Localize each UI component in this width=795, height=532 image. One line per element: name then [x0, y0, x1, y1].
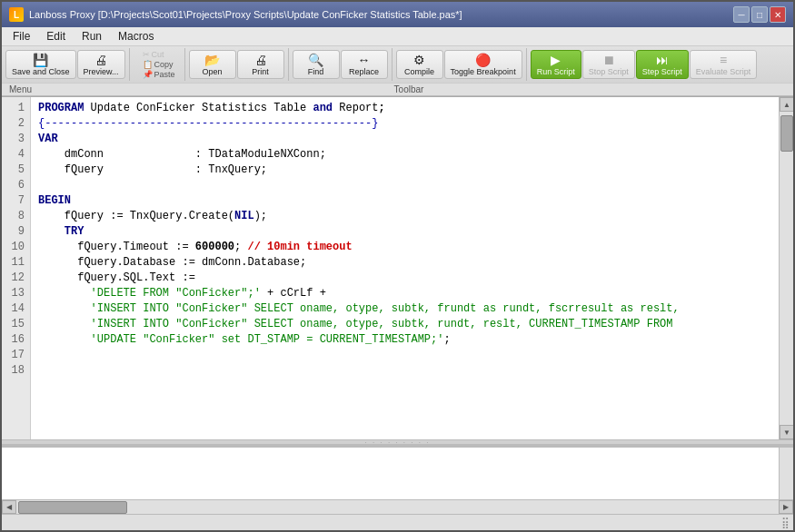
- replace-icon: ↔: [358, 54, 371, 66]
- toolbar-group-open: 📂 Open 🖨 Print: [189, 48, 289, 81]
- preview-label: Preview...: [84, 67, 119, 76]
- title-bar: L Lanboss Proxy [D:\Projects\Scot01\Proj…: [2, 2, 793, 27]
- toolbar-group-clipboard: ✂Cut 📋Copy 📌Paste: [134, 48, 185, 81]
- maximize-button[interactable]: □: [751, 6, 768, 23]
- h-scrollbar-thumb[interactable]: [18, 501, 127, 514]
- evaluate-icon: ≡: [720, 54, 727, 66]
- menubar: File Edit Run Macros: [2, 27, 793, 46]
- step-script-label: Step Script: [642, 67, 682, 76]
- app-icon: L: [9, 7, 24, 22]
- minimize-button[interactable]: ─: [733, 6, 750, 23]
- open-button[interactable]: 📂 Open: [189, 50, 236, 79]
- menu-run[interactable]: Run: [75, 28, 109, 44]
- toggle-breakpoint-label: Toggle Breakpoint: [451, 67, 516, 76]
- h-scrollbar-area: ◀ ▶: [2, 499, 793, 514]
- run-script-button[interactable]: ▶ Run Script: [531, 50, 581, 79]
- code-editor: 1 2 3 4 5 6 7 8 9 10 11 12 13 14 15 16 1…: [2, 97, 793, 439]
- title-bar-left: L Lanboss Proxy [D:\Projects\Scot01\Proj…: [9, 7, 462, 22]
- paste-button[interactable]: 📌Paste: [137, 70, 181, 79]
- close-button[interactable]: ✕: [770, 6, 786, 23]
- open-icon: 📂: [204, 54, 220, 66]
- cut-button[interactable]: ✂Cut: [137, 50, 181, 59]
- compile-button[interactable]: ⚙ Compile: [396, 50, 443, 79]
- window-title: Lanboss Proxy [D:\Projects\Scot01\Projec…: [29, 9, 462, 20]
- scroll-down-arrow[interactable]: ▼: [780, 425, 793, 439]
- resize-grip[interactable]: ⣿: [781, 517, 790, 529]
- compile-icon: ⚙: [413, 54, 425, 66]
- step-script-button[interactable]: ⏭ Step Script: [636, 50, 689, 79]
- print-button[interactable]: 🖨 Print: [237, 50, 284, 79]
- menu-macros[interactable]: Macros: [111, 28, 161, 44]
- evaluate-script-label: Evaluate Script: [696, 67, 751, 76]
- h-scrollbar-track[interactable]: [16, 500, 779, 514]
- scroll-left-arrow[interactable]: ◀: [2, 500, 16, 514]
- print-icon: 🖨: [254, 54, 267, 66]
- compile-label: Compile: [404, 67, 434, 76]
- menu-label: Menu: [9, 84, 32, 94]
- stop-icon: ⏹: [602, 54, 615, 66]
- replace-button[interactable]: ↔ Replace: [341, 50, 388, 79]
- find-button[interactable]: 🔍 Find: [293, 50, 340, 79]
- print-label: Print: [252, 67, 269, 76]
- preview-button[interactable]: 🖨 Preview...: [77, 50, 125, 79]
- toolbar-group-run: ▶ Run Script ⏹ Stop Script ⏭ Step Script…: [531, 48, 761, 81]
- preview-icon: 🖨: [94, 54, 107, 66]
- run-script-label: Run Script: [537, 67, 575, 76]
- toolbar-group-debug: ⚙ Compile 🔴 Toggle Breakpoint: [396, 48, 527, 81]
- save-close-button[interactable]: 💾 Save and Close: [5, 50, 76, 79]
- toolbar-row: 💾 Save and Close 🖨 Preview... ✂Cut 📋Copy…: [2, 46, 793, 83]
- copy-button[interactable]: 📋Copy: [137, 60, 181, 69]
- menu-file[interactable]: File: [5, 28, 37, 44]
- run-icon: ▶: [551, 54, 561, 66]
- scroll-right-arrow[interactable]: ▶: [779, 500, 793, 514]
- toggle-breakpoint-button[interactable]: 🔴 Toggle Breakpoint: [444, 50, 522, 79]
- evaluate-script-button[interactable]: ≡ Evaluate Script: [690, 50, 758, 79]
- title-bar-buttons: ─ □ ✕: [733, 6, 786, 23]
- toolbar-group-file: 💾 Save and Close 🖨 Preview...: [5, 48, 130, 81]
- code-content[interactable]: PROGRAM Update ConFicker Statistics Tabl…: [31, 97, 779, 439]
- stop-script-button[interactable]: ⏹ Stop Script: [582, 50, 635, 79]
- find-label: Find: [308, 67, 324, 76]
- status-bar: ⣿: [2, 514, 793, 530]
- menu-edit[interactable]: Edit: [39, 28, 73, 44]
- save-icon: 💾: [33, 54, 48, 66]
- open-label: Open: [203, 67, 223, 76]
- step-icon: ⏭: [656, 54, 669, 66]
- toolbar-group-search: 🔍 Find ↔ Replace: [293, 48, 393, 81]
- save-close-label: Save and Close: [12, 67, 70, 76]
- find-icon: 🔍: [308, 54, 323, 66]
- breakpoint-icon: 🔴: [475, 54, 491, 66]
- main-window: L Lanboss Proxy [D:\Projects\Scot01\Proj…: [0, 0, 795, 532]
- bottom-scrollbar[interactable]: [779, 448, 793, 499]
- bottom-pane: [2, 445, 793, 499]
- toolbar-label: Toolbar: [394, 84, 424, 94]
- menu-area: File Edit Run Macros 💾 Save and Close 🖨 …: [2, 27, 793, 97]
- vertical-scrollbar[interactable]: ▲ ▼: [779, 97, 793, 439]
- bottom-content: [2, 448, 779, 499]
- scroll-up-arrow[interactable]: ▲: [780, 97, 793, 112]
- replace-label: Replace: [349, 67, 379, 76]
- stop-script-label: Stop Script: [589, 67, 629, 76]
- line-numbers: 1 2 3 4 5 6 7 8 9 10 11 12 13 14 15 16 1…: [2, 97, 31, 439]
- toolbar-labels: Menu Toolbar: [2, 83, 793, 96]
- scroll-thumb-v[interactable]: [780, 115, 793, 152]
